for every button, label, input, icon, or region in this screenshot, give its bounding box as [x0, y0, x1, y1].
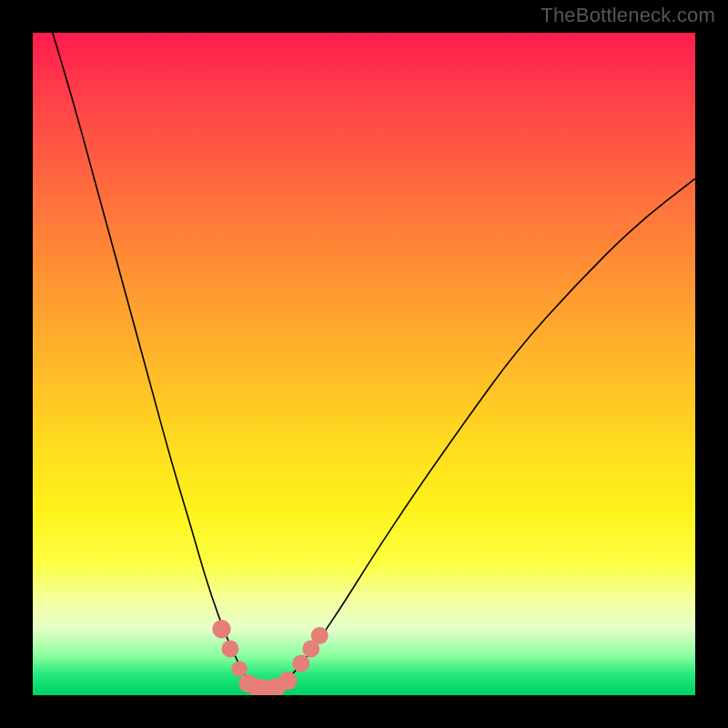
watermark-text: TheBottleneck.com: [541, 4, 715, 27]
chart-frame: TheBottleneck.com: [0, 0, 728, 728]
plot-area: [33, 33, 695, 695]
data-marker: [212, 620, 230, 638]
markers-group: [212, 620, 328, 695]
data-marker: [221, 641, 238, 658]
curve-layer: [33, 33, 695, 695]
data-marker: [311, 627, 329, 644]
right-branch-path: [265, 178, 695, 689]
data-marker: [292, 655, 309, 672]
left-branch-path: [53, 33, 265, 689]
data-marker: [231, 661, 247, 676]
data-marker: [278, 672, 297, 690]
